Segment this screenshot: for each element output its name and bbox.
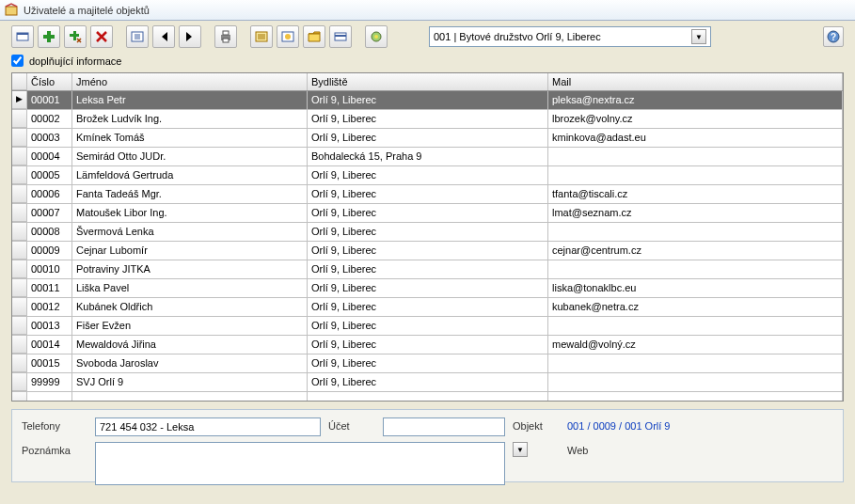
edit-button[interactable] [11,25,34,48]
cell-address: Orlí 9, Liberec [308,110,548,128]
card-button[interactable] [329,25,352,48]
svg-rect-4 [43,35,55,39]
grid-header: Číslo Jméno Bydliště Mail [12,73,843,91]
cell-number: 00012 [27,298,72,316]
cell-name: Mewaldová Jiřina [72,336,308,354]
dropdown-text: 001 | Bytové družstvo Orlí 9, Liberec [434,31,601,42]
cell-name: Kubánek Oldřich [72,298,308,316]
col-number[interactable]: Číslo [27,73,72,90]
print-button[interactable] [214,25,237,48]
row-indicator [12,223,27,241]
table-row[interactable]: 00007Matoušek Libor Ing.Orlí 9, Liberecl… [12,204,843,223]
table-row[interactable]: ▶00001Leksa PetrOrlí 9, Liberecpleksa@ne… [12,91,843,110]
cell-mail: kminkova@adast.eu [548,129,843,147]
account-input[interactable] [383,417,505,436]
help-button[interactable]: ? [823,26,844,47]
title-bar: Uživatelé a majitelé objektů [0,0,855,21]
cell-mail: kubanek@netra.cz [548,298,843,316]
table-row[interactable]: 00002Brožek Ludvík Ing.Orlí 9, Libereclb… [12,110,843,129]
svg-point-13 [285,34,291,39]
star-button[interactable] [365,25,388,48]
row-indicator [12,204,27,222]
cell-name [72,392,308,402]
cell-number: 00006 [27,185,72,203]
col-indicator[interactable] [12,73,27,90]
cell-address: Orlí 9, Liberec [308,354,548,372]
delete-button[interactable] [90,25,113,48]
cell-name: Fišer Evžen [72,317,308,335]
cell-number [27,392,72,402]
note-textarea[interactable] [95,442,505,485]
table-row[interactable]: 00008Švermová LenkaOrlí 9, Liberec [12,223,843,242]
row-indicator [12,317,27,335]
row-indicator [12,260,27,278]
note-label: Poznámka [22,442,87,456]
cell-number: 00007 [27,204,72,222]
svg-point-17 [374,35,378,39]
first-button[interactable] [152,25,175,48]
cell-name: Svoboda Jaroslav [72,354,308,372]
object-link[interactable]: 001 / 0009 / 001 Orlí 9 [567,417,833,432]
refresh-button[interactable] [126,25,149,48]
row-indicator [12,354,27,372]
table-row[interactable]: 99999SVJ Orlí 9Orlí 9, Liberec [12,373,843,392]
row-indicator [12,242,27,260]
cell-address: Orlí 9, Liberec [308,204,548,222]
scroll-down-icon[interactable]: ▼ [513,442,528,457]
col-address[interactable]: Bydliště [308,73,548,90]
row-indicator [12,148,27,165]
table-row[interactable]: 00004Semirád Otto JUDr.Bohdalecká 15, Pr… [12,148,843,166]
table-row[interactable]: 00011Liška PavelOrlí 9, Liberecliska@ton… [12,279,843,298]
data-grid: Číslo Jméno Bydliště Mail ▶00001Leksa Pe… [11,72,844,402]
cell-name: Fanta Tadeáš Mgr. [72,185,308,203]
row-indicator [12,373,27,391]
table-row[interactable]: 00010Potraviny JITKAOrlí 9, Liberec [12,260,843,279]
cell-address: Orlí 9, Liberec [308,279,548,297]
cell-address: Bohdalecká 15, Praha 9 [308,148,548,165]
table-row[interactable]: 00013Fišer EvženOrlí 9, Liberec [12,317,843,336]
cell-number: 00005 [27,166,72,184]
row-indicator [12,298,27,316]
table-row[interactable]: 00009Cejnar LubomírOrlí 9, Libereccejnar… [12,242,843,260]
phone-input[interactable] [95,417,321,436]
cell-address: Orlí 9, Liberec [308,242,548,260]
tool1-button[interactable] [250,25,273,48]
cell-mail [548,148,843,165]
cell-name: Liška Pavel [72,279,308,297]
col-mail[interactable]: Mail [548,73,843,90]
add-button[interactable] [38,25,60,48]
web-label: Web [567,442,833,456]
table-row[interactable]: 00003Kmínek TomášOrlí 9, Libereckminkova… [12,129,843,148]
add-alt-button[interactable] [64,25,87,48]
table-row[interactable]: 00005Lämfeldová GertrudaOrlí 9, Liberec [12,166,843,185]
last-button[interactable] [179,25,201,48]
table-row[interactable]: 00006Fanta Tadeáš Mgr.Orlí 9, Liberectfa… [12,185,843,204]
row-indicator [12,392,27,402]
cell-number: 00008 [27,223,72,241]
cell-name: SVJ Orlí 9 [72,373,308,391]
cell-address: Orlí 9, Liberec [308,298,548,316]
cell-address: Orlí 9, Liberec [308,373,548,391]
table-row[interactable]: 00015Svoboda JaroslavOrlí 9, Liberec [12,354,843,373]
grid-body[interactable]: ▶00001Leksa PetrOrlí 9, Liberecpleksa@ne… [12,91,843,402]
table-row[interactable]: 00012Kubánek OldřichOrlí 9, Libereckuban… [12,298,843,317]
cell-address: Orlí 9, Liberec [308,91,548,109]
row-indicator [12,110,27,128]
tool2-button[interactable] [277,25,299,48]
table-row[interactable] [12,392,843,402]
svg-rect-2 [17,33,28,35]
object-label: Objekt [513,417,560,432]
supplementary-checkbox[interactable] [11,55,24,67]
cell-number: 99999 [27,373,72,391]
row-indicator [12,336,27,354]
object-dropdown[interactable]: 001 | Bytové družstvo Orlí 9, Liberec ▼ [429,26,711,47]
open-button[interactable] [303,25,325,48]
cell-mail [548,392,843,402]
row-indicator [12,129,27,147]
svg-rect-15 [335,35,346,37]
col-name[interactable]: Jméno [72,73,308,90]
cell-name: Lämfeldová Gertruda [72,166,308,184]
table-row[interactable]: 00014Mewaldová JiřinaOrlí 9, Liberecmewa… [12,336,843,354]
account-label: Účet [328,417,375,432]
cell-name: Cejnar Lubomír [72,242,308,260]
